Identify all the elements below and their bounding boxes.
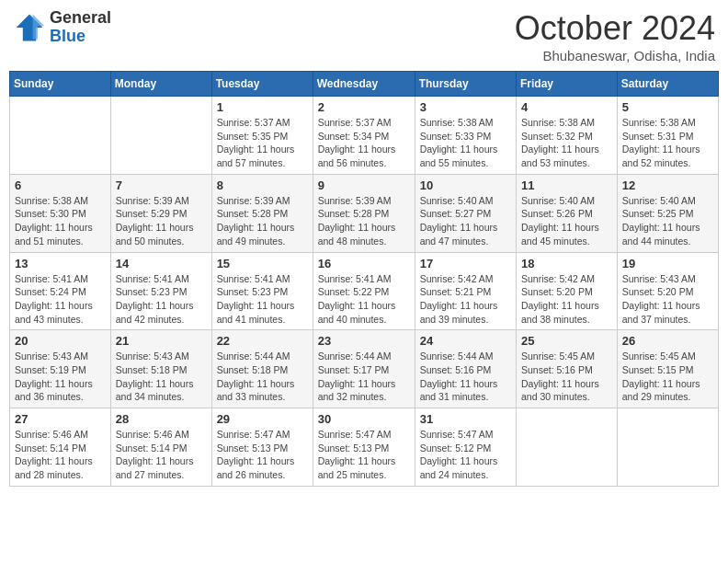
day-number: 27 [15,412,106,426]
logo-icon [13,11,46,44]
title-area: October 2024 Bhubaneswar, Odisha, India [515,9,715,63]
day-number: 1 [217,100,308,114]
day-cell [10,97,111,175]
header-tuesday: Tuesday [211,72,313,97]
day-cell: 20Sunrise: 5:43 AM Sunset: 5:19 PM Dayli… [10,330,111,408]
day-info: Sunrise: 5:43 AM Sunset: 5:18 PM Dayligh… [116,350,207,404]
week-row-0: 1Sunrise: 5:37 AM Sunset: 5:35 PM Daylig… [10,97,719,175]
day-cell: 1Sunrise: 5:37 AM Sunset: 5:35 PM Daylig… [211,97,313,175]
day-info: Sunrise: 5:37 AM Sunset: 5:34 PM Dayligh… [318,116,410,170]
day-cell: 13Sunrise: 5:41 AM Sunset: 5:24 PM Dayli… [10,252,111,330]
day-number: 21 [116,334,207,348]
day-info: Sunrise: 5:39 AM Sunset: 5:28 PM Dayligh… [217,194,308,248]
day-info: Sunrise: 5:40 AM Sunset: 5:27 PM Dayligh… [420,194,511,248]
day-info: Sunrise: 5:45 AM Sunset: 5:15 PM Dayligh… [622,350,713,404]
day-cell: 9Sunrise: 5:39 AM Sunset: 5:28 PM Daylig… [313,174,415,252]
day-number: 7 [116,178,207,192]
day-number: 3 [420,100,511,114]
day-info: Sunrise: 5:44 AM Sunset: 5:18 PM Dayligh… [217,350,308,404]
day-number: 30 [318,412,410,426]
day-cell: 29Sunrise: 5:47 AM Sunset: 5:13 PM Dayli… [211,408,313,487]
day-number: 20 [15,334,106,348]
header-saturday: Saturday [617,72,718,97]
logo: General Blue [13,9,111,46]
day-info: Sunrise: 5:47 AM Sunset: 5:13 PM Dayligh… [318,428,410,482]
day-number: 23 [318,334,410,348]
day-cell: 22Sunrise: 5:44 AM Sunset: 5:18 PM Dayli… [211,330,313,408]
day-info: Sunrise: 5:41 AM Sunset: 5:23 PM Dayligh… [116,272,207,327]
day-info: Sunrise: 5:39 AM Sunset: 5:29 PM Dayligh… [116,194,207,248]
logo-text: General Blue [50,9,111,46]
day-info: Sunrise: 5:44 AM Sunset: 5:17 PM Dayligh… [318,350,410,404]
day-number: 15 [217,257,308,270]
day-number: 13 [15,257,106,270]
day-cell: 2Sunrise: 5:37 AM Sunset: 5:34 PM Daylig… [313,97,415,175]
day-cell [517,408,618,487]
day-cell: 7Sunrise: 5:39 AM Sunset: 5:29 PM Daylig… [110,174,211,252]
day-number: 5 [622,100,713,114]
day-info: Sunrise: 5:41 AM Sunset: 5:24 PM Dayligh… [15,272,106,327]
day-info: Sunrise: 5:46 AM Sunset: 5:14 PM Dayligh… [15,428,106,482]
day-number: 16 [318,257,410,270]
day-number: 8 [217,178,308,192]
location: Bhubaneswar, Odisha, India [515,48,715,63]
day-number: 11 [521,178,612,192]
day-cell: 10Sunrise: 5:40 AM Sunset: 5:27 PM Dayli… [415,174,516,252]
day-cell: 21Sunrise: 5:43 AM Sunset: 5:18 PM Dayli… [110,330,211,408]
day-info: Sunrise: 5:42 AM Sunset: 5:21 PM Dayligh… [420,272,511,327]
day-cell: 14Sunrise: 5:41 AM Sunset: 5:23 PM Dayli… [110,252,211,330]
day-cell: 25Sunrise: 5:45 AM Sunset: 5:16 PM Dayli… [517,330,618,408]
week-row-1: 6Sunrise: 5:38 AM Sunset: 5:30 PM Daylig… [10,174,719,252]
day-number: 2 [318,100,410,114]
day-number: 29 [217,412,308,426]
day-cell: 23Sunrise: 5:44 AM Sunset: 5:17 PM Dayli… [313,330,415,408]
day-cell: 16Sunrise: 5:41 AM Sunset: 5:22 PM Dayli… [313,252,415,330]
day-info: Sunrise: 5:38 AM Sunset: 5:31 PM Dayligh… [622,116,713,170]
day-info: Sunrise: 5:42 AM Sunset: 5:20 PM Dayligh… [521,272,612,327]
day-cell: 30Sunrise: 5:47 AM Sunset: 5:13 PM Dayli… [313,408,415,487]
header-row: SundayMondayTuesdayWednesdayThursdayFrid… [10,72,719,97]
day-info: Sunrise: 5:47 AM Sunset: 5:13 PM Dayligh… [217,428,308,482]
day-info: Sunrise: 5:38 AM Sunset: 5:30 PM Dayligh… [15,194,106,248]
day-info: Sunrise: 5:45 AM Sunset: 5:16 PM Dayligh… [521,350,612,404]
day-number: 25 [521,334,612,348]
header-thursday: Thursday [415,72,516,97]
day-cell: 24Sunrise: 5:44 AM Sunset: 5:16 PM Dayli… [415,330,516,408]
day-info: Sunrise: 5:39 AM Sunset: 5:28 PM Dayligh… [318,194,410,248]
day-cell: 5Sunrise: 5:38 AM Sunset: 5:31 PM Daylig… [617,97,718,175]
week-row-3: 20Sunrise: 5:43 AM Sunset: 5:19 PM Dayli… [10,330,719,408]
day-cell: 28Sunrise: 5:46 AM Sunset: 5:14 PM Dayli… [110,408,211,487]
day-info: Sunrise: 5:44 AM Sunset: 5:16 PM Dayligh… [420,350,511,404]
day-number: 6 [15,178,106,192]
day-number: 4 [521,100,612,114]
day-cell: 18Sunrise: 5:42 AM Sunset: 5:20 PM Dayli… [517,252,618,330]
calendar-body: 1Sunrise: 5:37 AM Sunset: 5:35 PM Daylig… [10,97,719,487]
month-title: October 2024 [515,9,715,48]
day-info: Sunrise: 5:43 AM Sunset: 5:19 PM Dayligh… [15,350,106,404]
day-cell: 31Sunrise: 5:47 AM Sunset: 5:12 PM Dayli… [415,408,516,487]
day-cell: 19Sunrise: 5:43 AM Sunset: 5:20 PM Dayli… [617,252,718,330]
day-info: Sunrise: 5:38 AM Sunset: 5:33 PM Dayligh… [420,116,511,170]
header-friday: Friday [517,72,618,97]
day-info: Sunrise: 5:41 AM Sunset: 5:22 PM Dayligh… [318,272,410,327]
day-info: Sunrise: 5:46 AM Sunset: 5:14 PM Dayligh… [116,428,207,482]
day-cell: 6Sunrise: 5:38 AM Sunset: 5:30 PM Daylig… [10,174,111,252]
day-info: Sunrise: 5:37 AM Sunset: 5:35 PM Dayligh… [217,116,308,170]
day-number: 31 [420,412,511,426]
svg-marker-0 [17,14,43,40]
day-cell: 3Sunrise: 5:38 AM Sunset: 5:33 PM Daylig… [415,97,516,175]
day-number: 26 [622,334,713,348]
day-cell [110,97,211,175]
day-number: 9 [318,178,410,192]
day-number: 12 [622,178,713,192]
day-cell: 11Sunrise: 5:40 AM Sunset: 5:26 PM Dayli… [517,174,618,252]
week-row-4: 27Sunrise: 5:46 AM Sunset: 5:14 PM Dayli… [10,408,719,487]
day-number: 18 [521,257,612,270]
day-number: 14 [116,257,207,270]
week-row-2: 13Sunrise: 5:41 AM Sunset: 5:24 PM Dayli… [10,252,719,330]
day-number: 17 [420,257,511,270]
day-cell: 8Sunrise: 5:39 AM Sunset: 5:28 PM Daylig… [211,174,313,252]
day-info: Sunrise: 5:40 AM Sunset: 5:26 PM Dayligh… [521,194,612,248]
calendar-header: SundayMondayTuesdayWednesdayThursdayFrid… [10,72,719,97]
day-info: Sunrise: 5:38 AM Sunset: 5:32 PM Dayligh… [521,116,612,170]
